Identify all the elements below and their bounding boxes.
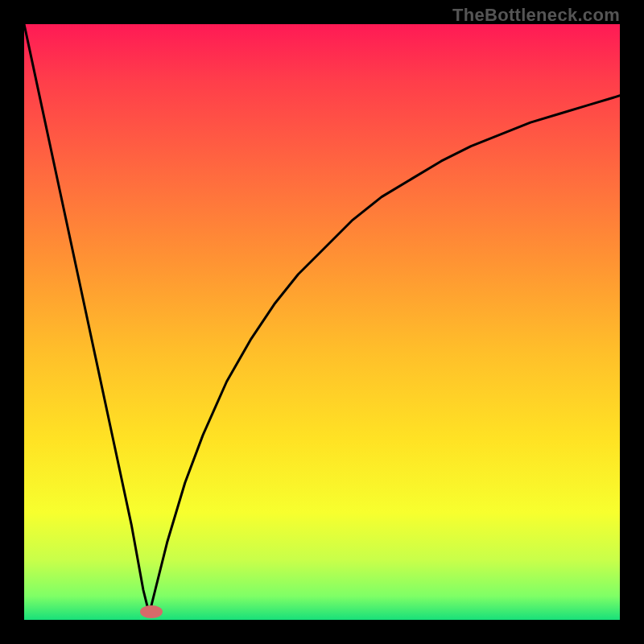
minimum-marker: [140, 605, 163, 618]
heat-gradient-bg: [24, 24, 620, 620]
watermark-text: TheBottleneck.com: [452, 5, 620, 26]
chart-plot-area: [24, 24, 620, 620]
chart-svg: [24, 24, 620, 620]
chart-frame: TheBottleneck.com: [0, 0, 644, 644]
